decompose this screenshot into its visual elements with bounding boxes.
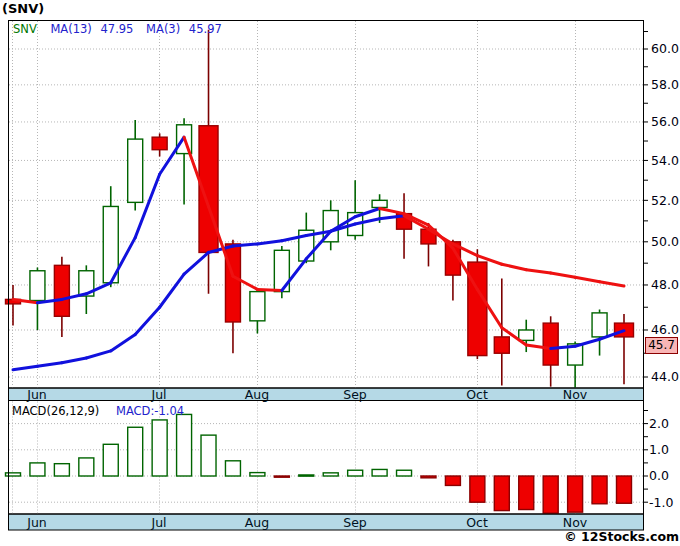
- right-axis: 60.058.056.054.052.050.048.046.044.02.01…: [644, 32, 679, 510]
- macd-histogram: [6, 414, 632, 513]
- svg-text:Jun: Jun: [26, 387, 47, 402]
- legend-symbol: SNV: [13, 22, 37, 36]
- svg-text:Jul: Jul: [150, 387, 166, 402]
- svg-text:46.0: 46.0: [651, 322, 679, 337]
- stock-chart-canvas: JunJunJulJulAugAugSepSepOctOctNovNov60.0…: [0, 0, 680, 546]
- svg-text:Aug: Aug: [245, 387, 269, 402]
- candlesticks: [6, 30, 634, 388]
- svg-text:Sep: Sep: [343, 515, 367, 530]
- stock-chart-page: JunJunJulJulAugAugSepSepOctOctNovNov60.0…: [0, 0, 680, 546]
- legend-ma13-label: MA(13): [50, 22, 91, 36]
- svg-text:Jun: Jun: [26, 515, 47, 530]
- svg-text:56.0: 56.0: [651, 114, 679, 129]
- macd-params-label: MACD(26,12,9): [12, 404, 99, 418]
- svg-text:Sep: Sep: [343, 387, 367, 402]
- svg-text:58.0: 58.0: [651, 77, 679, 92]
- svg-text:48.0: 48.0: [651, 277, 679, 292]
- price-legend: SNV MA(13) 47.95 MA(3) 45.97: [13, 22, 231, 36]
- svg-text:52.0: 52.0: [651, 193, 679, 208]
- svg-text:Nov: Nov: [563, 387, 588, 402]
- svg-text:54.0: 54.0: [651, 153, 679, 168]
- svg-text:50.0: 50.0: [651, 234, 679, 249]
- last-price-badge: 45.7: [645, 337, 678, 354]
- legend-ma3-label: MA(3): [146, 22, 180, 36]
- macd-value-label: MACD:-1.04: [116, 404, 184, 418]
- svg-text:2.0: 2.0: [649, 416, 669, 431]
- svg-text:-1.0: -1.0: [649, 495, 673, 510]
- copyright-watermark: © 12Stocks.com: [564, 529, 679, 544]
- svg-text:60.0: 60.0: [651, 41, 679, 56]
- svg-text:0.0: 0.0: [649, 468, 669, 483]
- legend-ma3-value: 45.97: [189, 22, 222, 36]
- svg-text:Aug: Aug: [245, 515, 269, 530]
- svg-text:Nov: Nov: [563, 515, 588, 530]
- svg-text:44.0: 44.0: [651, 369, 679, 384]
- svg-text:Oct: Oct: [466, 387, 488, 402]
- ticker-title: (SNV): [2, 1, 44, 16]
- svg-text:1.0: 1.0: [649, 442, 669, 457]
- svg-text:Oct: Oct: [466, 515, 488, 530]
- svg-text:Jul: Jul: [150, 515, 166, 530]
- macd-legend: MACD(26,12,9) MACD:-1.04: [12, 404, 184, 418]
- legend-ma13-value: 47.95: [101, 22, 134, 36]
